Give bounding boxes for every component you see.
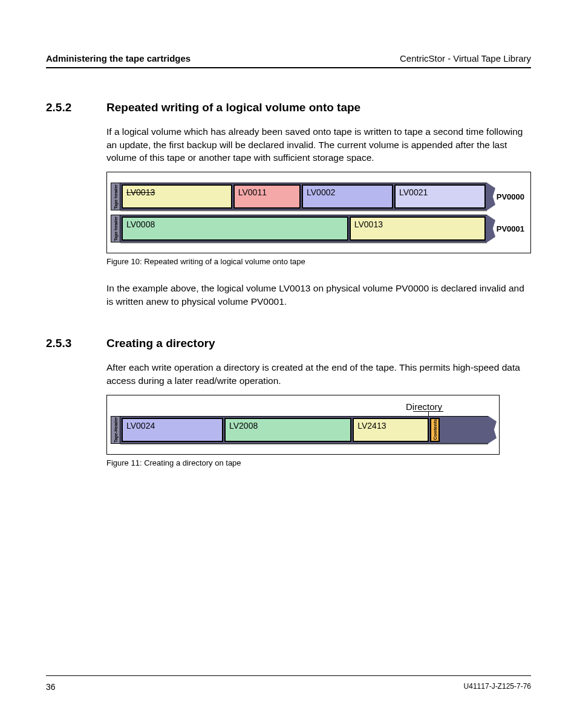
logical-volume: LV0011 bbox=[233, 184, 301, 209]
volume-label: LV0021 bbox=[399, 187, 428, 197]
page-header: Administering the tape cartridges Centri… bbox=[46, 53, 531, 68]
logical-volume: LV0013 bbox=[122, 184, 232, 209]
logical-volume: LV0013 bbox=[350, 216, 486, 241]
section-number: 2.5.2 bbox=[46, 101, 106, 114]
tape-header-label: Tape header bbox=[114, 184, 118, 209]
tape-row: Tape headerLV0008LV0013PV0001 bbox=[111, 215, 487, 242]
volume-label: LV0011 bbox=[238, 187, 267, 197]
section-252-heading: 2.5.2 Repeated writing of a logical volu… bbox=[46, 101, 531, 114]
tape-header-icon: Tape header bbox=[111, 183, 120, 210]
physical-volume-label: PV0000 bbox=[497, 192, 524, 201]
volume-label: LV0013 bbox=[126, 187, 155, 197]
section-title: Creating a directory bbox=[106, 337, 215, 350]
figure-11: Directory Tape-HeaderLV0024LV2008LV2413C… bbox=[106, 395, 500, 455]
volume-label: LV0013 bbox=[354, 219, 383, 229]
figure-10: Tape headerLV0013LV0011LV0002LV0021PV000… bbox=[106, 172, 531, 253]
figure-10-caption: Figure 10: Repeated writing of a logical… bbox=[106, 257, 531, 266]
volume-label: LV2413 bbox=[357, 421, 386, 431]
header-left: Administering the tape cartridges bbox=[46, 53, 191, 63]
section-252-para1: If a logical volume which has already be… bbox=[106, 125, 531, 164]
logical-volume: LV2413 bbox=[353, 418, 429, 442]
directory-label: Directory bbox=[111, 401, 488, 412]
volume-label: LV2008 bbox=[229, 421, 258, 431]
tape-header-icon: Tape header bbox=[111, 215, 120, 242]
tape-body: LV0008LV0013PV0001 bbox=[120, 215, 487, 242]
tape-row: Tape-HeaderLV0024LV2008LV2413Contents bbox=[111, 416, 488, 444]
tape-header-icon: Tape-Header bbox=[111, 416, 120, 444]
page-footer: 36 U41117-J-Z125-7-76 bbox=[46, 675, 531, 692]
tape-header-label: Tape header bbox=[114, 216, 118, 241]
logical-volume: LV0008 bbox=[122, 216, 348, 241]
doc-id: U41117-J-Z125-7-76 bbox=[464, 682, 531, 692]
section-253-para1: After each write operation a directory i… bbox=[106, 361, 531, 387]
contents-block: Contents bbox=[430, 418, 440, 442]
physical-volume-label: PV0001 bbox=[497, 224, 524, 233]
page-number: 36 bbox=[46, 682, 56, 692]
volume-label: LV0002 bbox=[307, 187, 335, 197]
tape-row: Tape headerLV0013LV0011LV0002LV0021PV000… bbox=[111, 183, 487, 210]
logical-volume: LV0024 bbox=[122, 418, 223, 442]
section-number: 2.5.3 bbox=[46, 337, 106, 350]
tape-header-label: Tape-Header bbox=[114, 417, 118, 443]
figure-11-caption: Figure 11: Creating a directory on tape bbox=[106, 458, 531, 467]
volume-label: LV0024 bbox=[126, 421, 155, 431]
logical-volume: LV2008 bbox=[224, 418, 351, 442]
header-right: CentricStor - Virtual Tape Library bbox=[400, 53, 531, 63]
logical-volume: LV0002 bbox=[302, 184, 393, 209]
section-253-heading: 2.5.3 Creating a directory bbox=[46, 337, 531, 350]
contents-label: Contents bbox=[432, 419, 438, 440]
section-252-para2: In the example above, the logical volume… bbox=[106, 282, 531, 308]
section-title: Repeated writing of a logical volume ont… bbox=[106, 101, 360, 114]
tape-body: LV0013LV0011LV0002LV0021PV0000 bbox=[120, 183, 487, 210]
tape-body: LV0024LV2008LV2413Contents bbox=[120, 416, 488, 444]
logical-volume: LV0021 bbox=[394, 184, 486, 209]
volume-label: LV0008 bbox=[126, 219, 155, 229]
